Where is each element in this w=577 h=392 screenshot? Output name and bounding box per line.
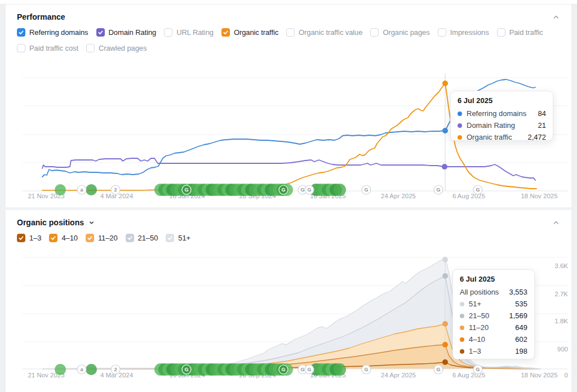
filter-organic-traffic[interactable]: Organic traffic [221, 28, 278, 37]
checkbox-checked-icon[interactable] [126, 234, 134, 242]
tooltip-rows: Referring domains84Domain Rating21Organi… [458, 108, 546, 143]
analytics-overview-page: Performance Referring domainsDomain Rati… [0, 0, 577, 392]
performance-title: Performance [17, 12, 65, 21]
filter-label: 1–3 [29, 234, 41, 242]
filter-label: Paid traffic cost [29, 44, 78, 52]
tooltip-date: 6 Jul 2025 [458, 96, 546, 105]
checkbox-unchecked-icon[interactable] [286, 28, 295, 37]
filter-label: 4–10 [61, 234, 78, 242]
tooltip-row-organic-traffic: Organic traffic2,472 [458, 131, 546, 143]
checkbox-unchecked-icon[interactable] [438, 28, 446, 37]
filter-paid-traffic[interactable]: Paid traffic [497, 28, 543, 37]
position-range-filters: 1–34–1011–2021–5051+ [6, 227, 571, 242]
tooltip-row-value: 1,569 [509, 311, 527, 320]
tooltip-total-value: 3,553 [509, 288, 527, 296]
tooltip-date: 6 Jul 2025 [460, 275, 527, 283]
checkbox-unchecked-icon[interactable] [370, 28, 379, 37]
organic-positions-title: Organic positions [17, 218, 95, 227]
chevron-up-icon[interactable] [552, 219, 560, 226]
filter-impressions[interactable]: Impressions [438, 28, 489, 37]
organic-positions-title-text: Organic positions [17, 218, 84, 227]
filter-organic-traffic-value[interactable]: Organic traffic value [286, 28, 362, 37]
page-left-margin [0, 5, 6, 392]
tooltip-rows: 51+53521–501,56911–206494–106021–3198 [460, 298, 527, 357]
tooltip-row-value: 21 [538, 121, 546, 130]
checkbox-unchecked-icon[interactable] [164, 28, 172, 37]
checkbox-unchecked-icon[interactable] [86, 44, 95, 52]
series-dot-icon [458, 112, 462, 116]
performance-tooltip: 6 Jul 2025 Referring domains84Domain Rat… [450, 91, 553, 141]
tooltip-row-label: Domain Rating [467, 121, 538, 130]
chevron-up-icon[interactable] [552, 13, 560, 21]
filter-crawled-pages[interactable]: Crawled pages [86, 44, 147, 52]
series-dot-icon [460, 314, 464, 318]
filter-4-10[interactable]: 4–10 [49, 234, 78, 242]
filter-referring-domains[interactable]: Referring domains [17, 28, 88, 37]
tooltip-row-label: 11–20 [469, 323, 515, 332]
series-dot-icon [458, 135, 462, 140]
checkbox-unchecked-icon[interactable] [497, 28, 505, 37]
filter-1-3[interactable]: 1–3 [17, 234, 41, 242]
checkbox-unchecked-icon[interactable] [17, 44, 25, 52]
series-dot-icon [460, 337, 464, 342]
tooltip-row-value: 2,472 [527, 133, 546, 141]
tooltip-row-label: Referring domains [467, 109, 538, 118]
filter-label: 11–20 [98, 234, 118, 242]
tooltip-row-21-50: 21–501,569 [460, 310, 527, 322]
tooltip-row-label: 51+ [469, 300, 515, 308]
performance-header: Performance [6, 5, 571, 21]
organic-positions-header: Organic positions [6, 210, 571, 227]
checkbox-checked-icon[interactable] [166, 234, 174, 242]
performance-metric-filters: Referring domainsDomain RatingURL Rating… [6, 21, 571, 52]
filter-label: URL Rating [176, 28, 214, 37]
tooltip-row-label: Organic traffic [467, 133, 527, 141]
tooltip-total-label: All positions [460, 288, 509, 296]
series-dot-icon [458, 123, 462, 128]
filter-domain-rating[interactable]: Domain Rating [96, 28, 157, 37]
tooltip-row-value: 198 [515, 347, 527, 355]
filter-label: Paid traffic [509, 28, 543, 37]
series-dot-icon [460, 302, 464, 306]
tooltip-row-value: 602 [515, 335, 527, 344]
checkbox-checked-icon[interactable] [96, 28, 105, 37]
filter-label: Organic traffic value [299, 28, 362, 37]
chevron-down-icon[interactable] [88, 220, 95, 226]
tooltip-row-value: 649 [515, 323, 527, 332]
tooltip-row-51: 51+535 [460, 298, 527, 310]
filter-paid-traffic-cost[interactable]: Paid traffic cost [17, 44, 78, 52]
filter-url-rating[interactable]: URL Rating [164, 28, 214, 37]
filter-label: 51+ [178, 234, 190, 242]
series-dot-icon [460, 326, 464, 330]
tooltip-row-value: 84 [538, 109, 546, 118]
tooltip-row-referring-domains: Referring domains84 [458, 108, 546, 119]
filter-label: Referring domains [29, 28, 88, 37]
tooltip-row-label: 21–50 [469, 311, 509, 320]
tooltip-row-label: 1–3 [469, 347, 515, 355]
page-right-margin [571, 5, 577, 392]
filter-label: Organic traffic [234, 28, 278, 37]
checkbox-checked-icon[interactable] [86, 234, 94, 242]
filter-51[interactable]: 51+ [166, 234, 190, 242]
series-dot-icon [460, 349, 464, 354]
filter-21-50[interactable]: 21–50 [126, 234, 158, 242]
filter-label: Domain Rating [109, 28, 157, 37]
checkbox-checked-icon[interactable] [49, 234, 57, 242]
checkbox-checked-icon[interactable] [221, 28, 230, 37]
tooltip-row-1-3: 1–3198 [460, 345, 527, 357]
filter-organic-pages[interactable]: Organic pages [370, 28, 429, 37]
filter-label: 21–50 [138, 234, 158, 242]
filter-label: Crawled pages [99, 44, 147, 52]
tooltip-row-domain-rating: Domain Rating21 [458, 119, 546, 131]
tooltip-row-value: 535 [515, 300, 527, 308]
filter-label: Organic pages [383, 28, 429, 37]
checkbox-checked-icon[interactable] [17, 28, 25, 37]
tooltip-total-row: All positions 3,553 [460, 286, 527, 298]
organic-positions-tooltip: 6 Jul 2025 All positions 3,553 51+53521–… [452, 269, 535, 359]
tooltip-row-label: 4–10 [469, 335, 515, 344]
filter-11-20[interactable]: 11–20 [86, 234, 118, 242]
filter-label: Impressions [450, 28, 489, 37]
tooltip-row-4-10: 4–10602 [460, 333, 527, 345]
checkbox-checked-icon[interactable] [17, 234, 25, 242]
tooltip-row-11-20: 11–20649 [460, 322, 527, 333]
